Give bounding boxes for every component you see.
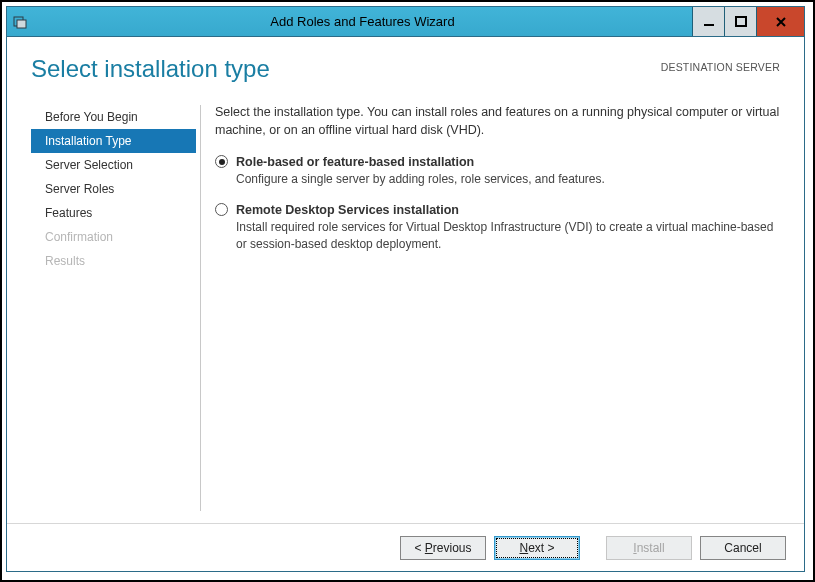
- close-button[interactable]: [756, 7, 804, 36]
- install-option-1[interactable]: Remote Desktop Services installationInst…: [215, 201, 780, 254]
- vertical-divider: [200, 105, 201, 511]
- next-button[interactable]: Next >: [494, 536, 580, 560]
- step-confirmation: Confirmation: [31, 225, 196, 249]
- step-installation-type[interactable]: Installation Type: [31, 129, 196, 153]
- intro-text: Select the installation type. You can in…: [215, 103, 780, 139]
- install-option-0[interactable]: Role-based or feature-based installation…: [215, 153, 780, 189]
- step-results: Results: [31, 249, 196, 273]
- destination-server-block: DESTINATION SERVER: [661, 55, 780, 73]
- maximize-button[interactable]: [724, 7, 756, 36]
- main-panel: Select the installation type. You can in…: [215, 99, 780, 523]
- content-area: Select installation type DESTINATION SER…: [7, 37, 804, 571]
- footer: < Previous Next > Install Cancel: [7, 523, 804, 571]
- svg-rect-1: [17, 20, 26, 28]
- svg-rect-2: [704, 24, 714, 26]
- radio-icon[interactable]: [215, 203, 228, 216]
- wizard-window: Add Roles and Features Wizard Select ins…: [6, 6, 805, 572]
- svg-rect-3: [736, 17, 746, 26]
- previous-button[interactable]: < Previous: [400, 536, 486, 560]
- option-description: Configure a single server by adding role…: [236, 171, 780, 188]
- step-server-roles[interactable]: Server Roles: [31, 177, 196, 201]
- option-title: Role-based or feature-based installation: [236, 153, 780, 171]
- minimize-button[interactable]: [692, 7, 724, 36]
- option-description: Install required role services for Virtu…: [236, 219, 780, 254]
- titlebar: Add Roles and Features Wizard: [7, 7, 804, 37]
- step-before-you-begin[interactable]: Before You Begin: [31, 105, 196, 129]
- step-server-selection[interactable]: Server Selection: [31, 153, 196, 177]
- radio-icon[interactable]: [215, 155, 228, 168]
- app-icon: [7, 7, 33, 36]
- install-button: Install: [606, 536, 692, 560]
- option-title: Remote Desktop Services installation: [236, 201, 780, 219]
- window-title: Add Roles and Features Wizard: [33, 7, 692, 36]
- page-title: Select installation type: [31, 55, 661, 83]
- step-features[interactable]: Features: [31, 201, 196, 225]
- destination-server-label: DESTINATION SERVER: [661, 61, 780, 73]
- cancel-button[interactable]: Cancel: [700, 536, 786, 560]
- wizard-steps: Before You BeginInstallation TypeServer …: [31, 99, 196, 523]
